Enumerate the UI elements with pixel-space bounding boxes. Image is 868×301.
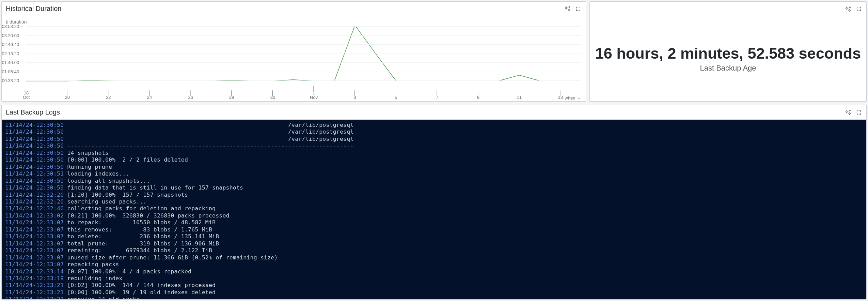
log-line: 11/14/24-12:33:07 to repack: 10550 blobs…: [5, 219, 863, 226]
x-tick-label: │28: [229, 91, 234, 100]
x-tick-label: │13: [558, 91, 563, 100]
x-tick-label: │5: [395, 91, 397, 100]
log-line: 11/14/24-12:30:50 [0:00] 100.00% 2 / 2 f…: [5, 156, 863, 163]
fullscreen-icon[interactable]: [575, 5, 582, 12]
log-line: 11/14/24-12:33:21 removing 14 old packs: [5, 296, 863, 299]
log-line: 11/14/24-12:30:50 Running prune: [5, 164, 863, 170]
last-backup-age-panel: 16 hours, 2 minutes, 52.583 seconds Last…: [589, 1, 867, 102]
y-tick-label: 01:06:40 –: [2, 69, 23, 74]
panel-header: Last Backup Logs: [2, 105, 866, 120]
log-line: 11/14/24-12:33:07 to delete: 236 blobs /…: [5, 233, 863, 240]
stat-value: 16 hours, 2 minutes, 52.583 seconds: [595, 45, 861, 62]
log-line: 11/14/24-12:30:59 loading all snapshots.…: [5, 178, 863, 184]
x-tick-label: │24: [147, 91, 152, 100]
chart-area: 00:33:20 –01:06:40 –01:40:00 –02:13:20 –…: [5, 26, 581, 90]
panel-title: Historical Duration: [6, 5, 61, 13]
log-line: 11/14/24-12:30:50 ----------------------…: [5, 142, 863, 149]
log-line: 11/14/24-12:33:07 total prune: 319 blobs…: [5, 240, 863, 247]
panel-actions: [564, 5, 582, 12]
y-tick-label: 00:33:20 –: [2, 78, 23, 83]
x-tick-label: │26: [188, 91, 193, 100]
x-tick-label: │18Oct: [23, 86, 30, 100]
panel-title: Last Backup Logs: [6, 108, 60, 116]
log-line: 11/14/24-12:32:20 [1:20] 100.00% 157 / 1…: [5, 192, 863, 198]
log-line: 11/14/24-12:33:21 [0:00] 100.00% 19 / 19…: [5, 289, 863, 296]
log-line: 11/14/24-12:30:59 finding data that is s…: [5, 184, 863, 191]
x-tick-label: │3: [353, 91, 356, 100]
x-tick-label: │11: [517, 91, 522, 100]
panel-header: [590, 2, 866, 16]
panel-actions: [845, 109, 862, 116]
x-tick-label: │1Nov: [310, 86, 318, 100]
suggestions-icon[interactable]: [564, 5, 571, 12]
stat-label: Last Backup Age: [700, 64, 756, 73]
y-tick-label: 03:20:00 –: [2, 33, 23, 38]
y-tick-label: 02:13:20 –: [2, 51, 23, 56]
x-axis-label: when →: [565, 95, 581, 101]
log-line: 11/14/24-12:33:07 repacking packs: [5, 261, 863, 268]
fullscreen-icon[interactable]: [855, 109, 862, 116]
x-tick-label: │30: [270, 91, 275, 100]
historical-duration-panel: Historical Duration ⫿ duration 00:33:20 …: [1, 1, 586, 102]
log-line: 11/14/24-12:32:40 collecting packs for d…: [5, 205, 863, 212]
x-tick-label: │22: [106, 91, 111, 100]
x-tick-label: │20: [65, 91, 69, 100]
log-line: 11/14/24-12:30:50 /var/lib/postgresql: [5, 122, 863, 129]
logs-body[interactable]: 11/14/24-12:30:50 /var/lib/postgresql11/…: [2, 120, 866, 299]
y-tick-label: 01:40:00 –: [2, 60, 23, 65]
log-line: 11/14/24-12:33:07 this removes: 83 blobs…: [5, 226, 863, 233]
x-tick-label: │9: [477, 91, 479, 100]
chart-body[interactable]: ⫿ duration 00:33:20 –01:06:40 –01:40:00 …: [2, 16, 586, 101]
log-line: 11/14/24-12:33:07 unused size after prun…: [5, 254, 863, 261]
x-tick-label: │7: [436, 91, 439, 100]
last-backup-logs-panel: Last Backup Logs 11/14/24-12:30:50 /var/…: [1, 105, 867, 300]
log-line: 11/14/24-12:33:21 [0:02] 100.00% 144 / 1…: [5, 282, 863, 289]
log-line: 11/14/24-12:32:20 searching used packs..…: [5, 198, 863, 205]
log-line: 11/14/24-12:33:07 remaining: 6979344 blo…: [5, 247, 863, 254]
log-line: 11/14/24-12:30:50 /var/lib/postgresql: [5, 136, 863, 142]
fullscreen-icon[interactable]: [855, 5, 862, 12]
stat-body: 16 hours, 2 minutes, 52.583 seconds Last…: [590, 16, 866, 101]
panel-actions: [845, 5, 862, 13]
log-line: 11/14/24-12:33:19 rebuilding index: [5, 275, 863, 282]
log-line: 11/14/24-12:30:51 loading indexes...: [5, 170, 863, 177]
panel-header: Historical Duration: [2, 2, 586, 16]
suggestions-icon[interactable]: [845, 109, 852, 116]
y-tick-label: 03:53:20 –: [2, 24, 23, 29]
log-line: 11/14/24-12:30:50 14 snapshots: [5, 150, 863, 156]
log-line: 11/14/24-12:33:14 [0:07] 100.00% 4 / 4 p…: [5, 268, 863, 275]
log-line: 11/14/24-12:30:50 /var/lib/postgresql: [5, 129, 863, 135]
y-tick-label: 02:46:40 –: [2, 42, 23, 47]
log-line: 11/14/24-12:33:02 [0:21] 100.00% 326830 …: [5, 212, 863, 219]
suggestions-icon[interactable]: [845, 5, 852, 13]
